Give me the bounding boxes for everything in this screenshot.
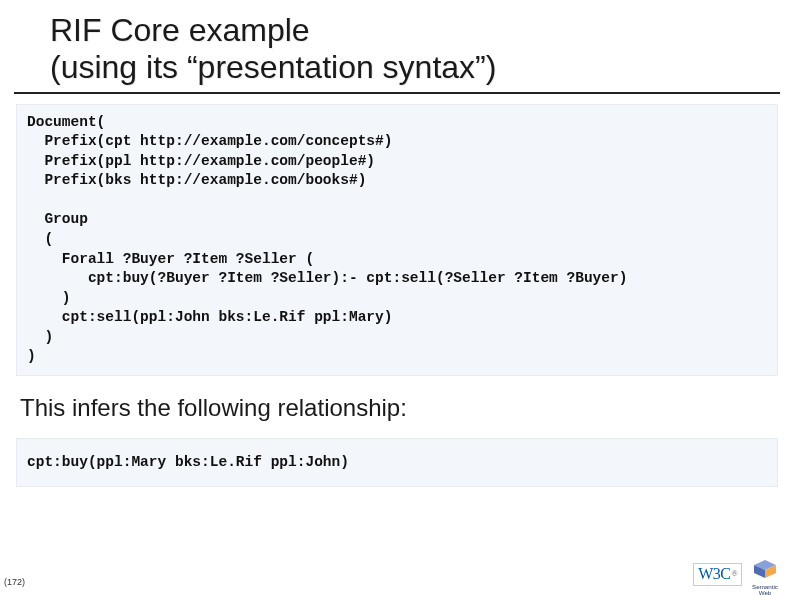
semantic-web-logo-icon: Semantic Web [748,559,782,589]
w3c-logo-icon: W3C® [693,563,742,586]
slide-number: (172) [4,577,25,587]
slide-container: RIF Core example (using its “presentatio… [0,0,794,595]
semantic-web-label: Semantic Web [748,584,782,595]
body-text: This infers the following relationship: [20,394,780,422]
title-underline [14,92,780,94]
title-line-1: RIF Core example [50,12,310,48]
code-block-main: Document( Prefix(cpt http://example.com/… [16,104,778,376]
footer-logos: W3C® Semantic Web [693,559,782,589]
code-block-result: cpt:buy(ppl:Mary bks:Le.Rif ppl:John) [16,438,778,488]
title-line-2: (using its “presentation syntax”) [50,49,496,85]
slide-title: RIF Core example (using its “presentatio… [50,12,780,86]
